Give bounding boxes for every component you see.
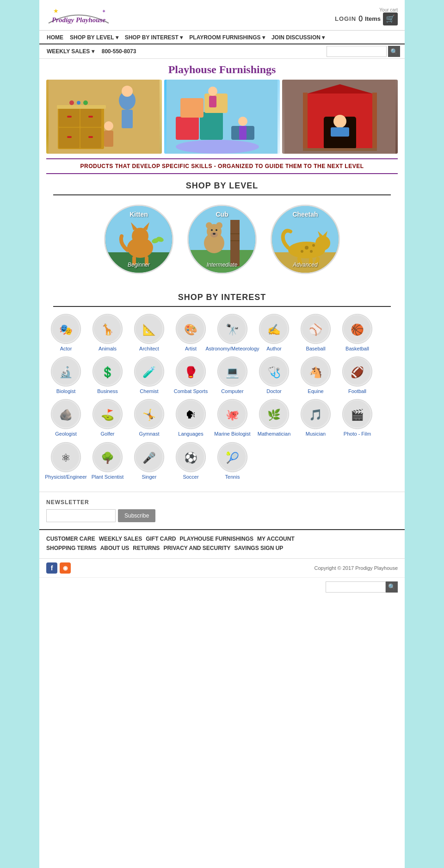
newsletter-input[interactable]: [46, 509, 116, 522]
facebook-icon[interactable]: f: [46, 562, 57, 574]
interest-label: Astronomy/Meteorology: [205, 346, 259, 352]
svg-text:🎭: 🎭: [59, 323, 73, 336]
svg-text:🧪: 🧪: [142, 366, 156, 379]
nav-weekly-sales[interactable]: WEEKLY SALES ▾: [44, 47, 97, 56]
interest-item-author[interactable]: ✍ Author: [254, 314, 294, 352]
level-circles: Kitten: [46, 200, 398, 279]
interest-item-astronomy-meteorology[interactable]: 🔭 Astronomy/Meteorology: [213, 314, 252, 352]
login-link[interactable]: LOGIN: [335, 15, 356, 22]
bottom-search-input[interactable]: [326, 581, 386, 593]
svg-rect-13: [88, 136, 93, 138]
main-nav: HOME SHOP BY LEVEL ▾ SHOP BY INTEREST ▾ …: [39, 31, 405, 44]
svg-point-20: [77, 101, 80, 105]
interest-item-actor[interactable]: 🎭 Actor: [46, 314, 86, 352]
footer-link-playhouse-furnishings[interactable]: PLAYHOUSE FURNISHINGS: [179, 536, 253, 542]
interest-item-musician[interactable]: 🎵 Musician: [296, 399, 335, 437]
footer-link-shopping-terms[interactable]: SHOPPING TERMS: [46, 545, 97, 551]
footer-link-returns[interactable]: RETURNS: [133, 545, 160, 551]
interest-item-soccer[interactable]: ⚽ Soccer: [171, 442, 210, 480]
svg-text:Prodigy Playhouse: Prodigy Playhouse: [52, 16, 106, 24]
svg-text:⚾: ⚾: [309, 323, 323, 336]
newsletter-form: Subscribe: [46, 509, 398, 522]
interest-item-geologist[interactable]: 🪨 Geologist: [46, 399, 86, 437]
search-input[interactable]: [327, 46, 387, 57]
svg-text:⚽: ⚽: [184, 451, 198, 464]
interest-item-artist[interactable]: 🎨 Artist: [171, 314, 210, 352]
footer-links-row1: CUSTOMER CAREWEEKLY SALESGIFT CARDPLAYHO…: [46, 536, 398, 542]
interest-item-biologist[interactable]: 🔬 Biologist: [46, 356, 86, 394]
interest-label: Biologist: [56, 388, 76, 394]
svg-text:🥊: 🥊: [184, 366, 198, 379]
interest-circle: 🎬: [342, 399, 372, 429]
interest-item-business[interactable]: 💲 Business: [88, 356, 127, 394]
hero-image-tent: [282, 80, 398, 154]
footer-link-privacy-and-security[interactable]: PRIVACY AND SECURITY: [163, 545, 230, 551]
svg-point-64: [216, 229, 217, 231]
interest-item-animals[interactable]: 🦒 Animals: [88, 314, 127, 352]
hero-section: Playhouse Furnishings: [39, 59, 405, 158]
logo-area[interactable]: Prodigy Playhouse ★ ✦: [44, 5, 113, 28]
interest-item-computer[interactable]: 💻 Computer: [213, 356, 252, 394]
level-kitten-label: Kitten: [105, 211, 172, 218]
svg-text:⚛: ⚛: [61, 451, 71, 463]
interest-label: Tennis: [225, 474, 240, 480]
level-cheetah[interactable]: Cheetah: [271, 205, 340, 274]
interest-item-singer[interactable]: 🎤 Singer: [130, 442, 169, 480]
interest-item-marine-biologist[interactable]: 🐙 Marine Biologist: [213, 399, 252, 437]
hero-title: Playhouse Furnishings: [46, 63, 398, 76]
footer-link-savings-sign-up[interactable]: SAVINGS SIGN UP: [234, 545, 284, 551]
interest-label: Artist: [185, 346, 197, 352]
interest-item-football[interactable]: 🏈 Football: [338, 356, 377, 394]
level-divider: [53, 194, 391, 195]
svg-point-63: [211, 229, 213, 231]
svg-point-21: [83, 100, 88, 105]
footer-link-my-account[interactable]: MY ACCOUNT: [257, 536, 295, 542]
cart-area[interactable]: Your cart LOGIN 0 Items 🛒: [335, 7, 398, 25]
footer-link-gift-card[interactable]: GIFT CARD: [146, 536, 176, 542]
svg-point-77: [301, 250, 303, 253]
level-kitten[interactable]: Kitten: [104, 205, 173, 274]
nav-shop-level[interactable]: SHOP BY LEVEL ▾: [67, 33, 121, 42]
nav-shop-interest[interactable]: SHOP BY INTEREST ▾: [122, 33, 186, 42]
newsletter-subscribe-button[interactable]: Subscribe: [118, 509, 155, 522]
interest-item-architect[interactable]: 📐 Architect: [130, 314, 169, 352]
nav-playroom-furnishings[interactable]: PLAYROOM FURNISHINGS ▾: [186, 33, 268, 42]
interest-item-golfer[interactable]: ⛳ Golfer: [88, 399, 127, 437]
interest-label: Basketball: [345, 346, 369, 352]
footer-link-about-us[interactable]: ABOUT US: [100, 545, 130, 551]
footer-link-weekly-sales[interactable]: WEEKLY SALES: [99, 536, 142, 542]
svg-point-32: [176, 140, 259, 154]
interest-item-physicist-engineer[interactable]: ⚛ Physicist/Engineer: [46, 442, 86, 480]
nav-home[interactable]: HOME: [44, 33, 66, 42]
interest-item-combat-sports[interactable]: 🥊 Combat Sports: [171, 356, 210, 394]
interest-item-equine[interactable]: 🐴 Equine: [296, 356, 335, 394]
interest-circle: ⚾: [301, 314, 331, 344]
interest-item-baseball[interactable]: ⚾ Baseball: [296, 314, 335, 352]
interest-item-basketball[interactable]: 🏀 Basketball: [338, 314, 377, 352]
level-cub[interactable]: Cub: [187, 205, 257, 274]
svg-point-45: [132, 228, 148, 244]
interest-item-chemist[interactable]: 🧪 Chemist: [130, 356, 169, 394]
interest-item-plant-scientist[interactable]: 🌳 Plant Scientist: [88, 442, 127, 480]
cart-icon[interactable]: 🛒: [383, 12, 398, 25]
interest-label: Equine: [308, 388, 323, 394]
interest-circle: 🌳: [92, 442, 123, 472]
interest-circle: 🩺: [259, 356, 289, 387]
copyright-text: Copyright © 2017 Prodigy Playhouse: [314, 565, 398, 571]
interest-circle: 🎤: [134, 442, 164, 472]
interest-label: Doctor: [266, 388, 281, 394]
interest-circle: 🥊: [176, 356, 206, 387]
bottom-search-button[interactable]: 🔍: [386, 581, 398, 593]
interest-item-gymnast[interactable]: 🤸 Gymnast: [130, 399, 169, 437]
svg-text:🏈: 🏈: [351, 366, 364, 379]
interest-item-languages[interactable]: 🗣 Languages: [171, 399, 210, 437]
interest-item-tennis[interactable]: 🎾 Tennis: [213, 442, 252, 480]
interest-item-mathematician[interactable]: 🌿 Mathematician: [254, 399, 294, 437]
interest-item-photo---film[interactable]: 🎬 Photo - Film: [338, 399, 377, 437]
search-button[interactable]: 🔍: [388, 46, 400, 57]
svg-text:🎬: 🎬: [351, 408, 364, 421]
nav-join-discussion[interactable]: JOIN DISCUSSION ▾: [269, 33, 327, 42]
rss-icon[interactable]: ◉: [60, 562, 71, 574]
footer-link-customer-care[interactable]: CUSTOMER CARE: [46, 536, 95, 542]
interest-item-doctor[interactable]: 🩺 Doctor: [254, 356, 294, 394]
